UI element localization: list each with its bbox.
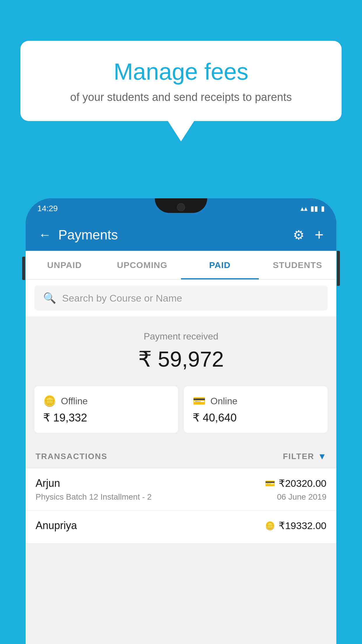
app-header: ← Payments ⚙ + — [26, 219, 336, 251]
phone-notch — [155, 198, 207, 213]
tabs-container: UNPAID UPCOMING PAID STUDENTS — [26, 251, 336, 280]
tab-upcoming[interactable]: UPCOMING — [103, 251, 181, 279]
transactions-header: TRANSACTIONS FILTER ▼ — [26, 444, 336, 468]
transaction-row[interactable]: Anupriya 🪙 ₹19332.00 — [26, 511, 336, 544]
payment-cards: 🪙 Offline ₹ 19,332 💳 Online ₹ 40,640 — [26, 380, 336, 444]
transaction-amount: ₹19332.00 — [279, 520, 326, 531]
transaction-top-row: Anupriya 🪙 ₹19332.00 — [36, 519, 326, 532]
speech-bubble-arrow — [168, 121, 194, 141]
status-time: 14:29 — [37, 204, 58, 213]
header-left: ← Payments — [38, 227, 118, 243]
offline-icon: 🪙 — [43, 395, 56, 407]
speech-bubble-title: Manage fees — [44, 58, 318, 85]
transaction-name: Anupriya — [36, 519, 77, 532]
notch-camera — [177, 203, 185, 211]
phone-side-button-left — [22, 257, 25, 280]
speech-bubble: Manage fees of your students and send re… — [20, 41, 342, 121]
search-container: 🔍 Search by Course or Name — [26, 280, 336, 316]
back-button[interactable]: ← — [38, 228, 51, 242]
offline-label: Offline — [61, 396, 88, 407]
online-card-header: 💳 Online — [193, 395, 319, 407]
transaction-top-row: Arjun 💳 ₹20320.00 — [36, 477, 326, 489]
payment-type-icon: 🪙 — [265, 521, 275, 531]
settings-icon[interactable]: ⚙ — [293, 228, 304, 242]
search-input[interactable]: Search by Course or Name — [62, 293, 182, 304]
status-icons: ▴▴ ▮▮ ▮ — [301, 204, 325, 213]
online-label: Online — [210, 396, 238, 407]
tab-students[interactable]: STUDENTS — [259, 251, 337, 279]
phone-frame: 14:29 ▴▴ ▮▮ ▮ ← Payments ⚙ + UNPAID UPCO… — [26, 198, 336, 644]
speech-bubble-container: Manage fees of your students and send re… — [20, 41, 342, 141]
add-icon[interactable]: + — [315, 226, 324, 244]
payment-received-label: Payment received — [34, 331, 328, 342]
payment-type-icon: 💳 — [265, 479, 275, 488]
offline-card-header: 🪙 Offline — [43, 395, 169, 407]
header-right: ⚙ + — [293, 226, 324, 244]
online-amount: ₹ 40,640 — [193, 411, 319, 424]
tab-paid[interactable]: PAID — [181, 251, 259, 279]
online-payment-card: 💳 Online ₹ 40,640 — [184, 386, 328, 433]
payment-total-amount: ₹ 59,972 — [34, 346, 328, 372]
battery-icon: ▮ — [321, 204, 325, 213]
search-bar[interactable]: 🔍 Search by Course or Name — [34, 286, 328, 311]
transactions-section-label: TRANSACTIONS — [36, 452, 107, 461]
screen-content: 🔍 Search by Course or Name Payment recei… — [26, 280, 336, 644]
phone-container: 14:29 ▴▴ ▮▮ ▮ ← Payments ⚙ + UNPAID UPCO… — [26, 198, 336, 644]
online-icon: 💳 — [193, 395, 206, 407]
transaction-name: Arjun — [36, 477, 60, 489]
transaction-amount-container: 💳 ₹20320.00 — [265, 477, 326, 489]
offline-amount: ₹ 19,332 — [43, 411, 169, 424]
filter-container[interactable]: FILTER ▼ — [283, 452, 326, 461]
transaction-course: Physics Batch 12 Installment - 2 — [36, 492, 152, 502]
wifi-icon: ▴▴ — [301, 204, 307, 213]
signal-icon: ▮▮ — [310, 204, 318, 213]
filter-icon[interactable]: ▼ — [318, 452, 326, 461]
page-title: Payments — [58, 227, 118, 243]
speech-bubble-subtitle: of your students and send receipts to pa… — [44, 91, 318, 104]
transaction-date: 06 June 2019 — [277, 492, 326, 502]
payment-summary: Payment received ₹ 59,972 — [26, 316, 336, 380]
transaction-row[interactable]: Arjun 💳 ₹20320.00 Physics Batch 12 Insta… — [26, 468, 336, 511]
offline-payment-card: 🪙 Offline ₹ 19,332 — [34, 386, 178, 433]
search-icon: 🔍 — [43, 292, 56, 304]
transaction-amount-container: 🪙 ₹19332.00 — [265, 520, 326, 531]
transaction-bottom-row: Physics Batch 12 Installment - 2 06 June… — [36, 492, 326, 502]
tab-unpaid[interactable]: UNPAID — [26, 251, 103, 279]
phone-side-button-right — [337, 251, 340, 286]
filter-label: FILTER — [283, 452, 314, 461]
transaction-amount: ₹20320.00 — [279, 477, 326, 489]
